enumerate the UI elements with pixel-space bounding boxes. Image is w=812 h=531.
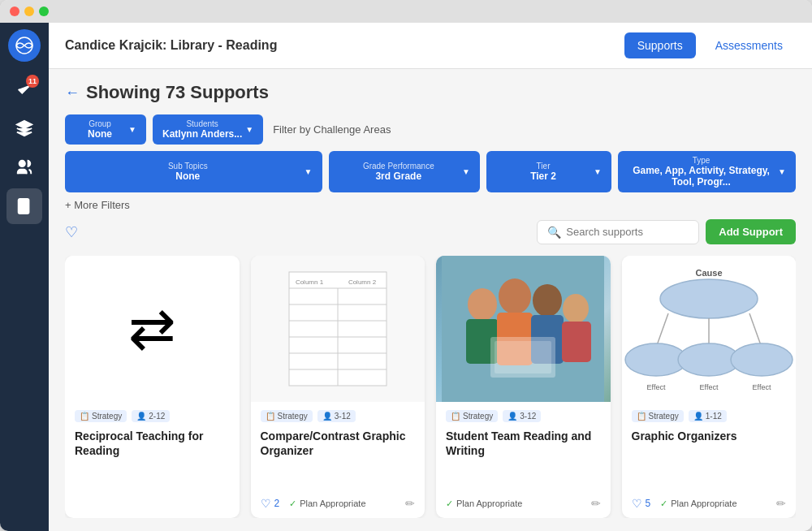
- card-image-students: [436, 256, 611, 402]
- search-icon: 🔍: [547, 226, 561, 239]
- sidebar-item-group[interactable]: [6, 149, 42, 185]
- svg-text:Cause: Cause: [695, 268, 722, 278]
- content-area: Candice Krajcik: Library - Reading Suppo…: [49, 23, 812, 531]
- sidebar-item-document[interactable]: [6, 188, 42, 224]
- card-plan-graphic-org: ✓ Plan Appropriate: [660, 499, 736, 509]
- students-filter[interactable]: Students Katlynn Anders... ▼: [153, 114, 263, 145]
- tag-strategy: 📋 Strategy: [75, 410, 127, 422]
- filter-row-2: Sub Topics None ▼ Grade Performance 3rd …: [65, 151, 796, 192]
- svg-point-21: [533, 284, 562, 317]
- card-footer-compare: ♡ 2 ✓ Plan Appropriate ✏: [261, 497, 416, 510]
- minimize-button[interactable]: [24, 6, 34, 16]
- sidebar-logo[interactable]: [8, 29, 41, 62]
- cause-effect-svg: Cause: [622, 258, 797, 400]
- card-image-reciprocal: ⇄: [65, 256, 240, 402]
- svg-text:Column 2: Column 2: [348, 278, 377, 286]
- group-dropdown-arrow: ▼: [128, 125, 136, 134]
- type-filter[interactable]: Type Game, App, Activity, Strategy, Tool…: [618, 151, 796, 192]
- filter-row-1: Group None ▼ Students Katlynn Anders... …: [65, 114, 796, 145]
- header-buttons: Supports Assessments: [624, 32, 796, 58]
- challenge-areas-filter[interactable]: Filter by Challenge Areas: [270, 119, 394, 140]
- subtopics-filter[interactable]: Sub Topics None ▼: [65, 151, 322, 192]
- card-graphic-organizers: Cause: [622, 256, 797, 518]
- card-image-compare: Column 1 Column 2: [251, 256, 425, 402]
- subtopics-dropdown-arrow: ▼: [304, 167, 313, 176]
- maximize-button[interactable]: [39, 6, 49, 16]
- card-plan-compare: ✓ Plan Appropriate: [289, 499, 365, 509]
- tag-grade: 👤 2-12: [132, 410, 170, 422]
- notification-badge: 11: [26, 75, 39, 88]
- card-likes-graphic-org: ♡ 5: [632, 497, 651, 510]
- card-tags-compare: 📋 Strategy 👤 3-12: [261, 410, 416, 422]
- svg-text:Effect: Effect: [752, 383, 771, 391]
- graphic-organizer-svg: Column 1 Column 2: [281, 264, 395, 394]
- card-tags-reciprocal: 📋 Strategy 👤 2-12: [75, 410, 230, 422]
- card-likes-compare: ♡ 2: [261, 497, 280, 510]
- grade-dropdown-arrow: ▼: [462, 167, 470, 176]
- more-filters[interactable]: + More Filters: [65, 199, 796, 211]
- svg-text:Column 1: Column 1: [296, 278, 324, 286]
- tag-grade-3: 👤 3-12: [503, 410, 541, 422]
- grade-performance-filter[interactable]: Grade Performance 3rd Grade ▼: [329, 151, 481, 192]
- sidebar-item-notifications[interactable]: 11: [6, 71, 42, 107]
- edit-icon-compare[interactable]: ✏: [405, 497, 415, 510]
- edit-icon-students[interactable]: ✏: [591, 497, 601, 510]
- svg-point-1: [19, 161, 25, 166]
- card-title-students: Student Team Reading and Writing: [446, 429, 601, 458]
- card-body-reciprocal: 📋 Strategy 👤 2-12 Reciprocal Teaching fo…: [65, 402, 240, 518]
- svg-rect-26: [495, 341, 551, 373]
- tag-strategy-2: 📋 Strategy: [261, 410, 313, 422]
- card-footer-graphic-org: ♡ 5 ✓ Plan Appropriate ✏: [632, 497, 787, 510]
- card-footer-students: ✓ Plan Appropriate ✏: [446, 497, 601, 510]
- tier-filter[interactable]: Tier Tier 2 ▼: [486, 151, 611, 192]
- page-title: Showing 73 Supports: [86, 82, 269, 103]
- students-svg: [442, 256, 604, 402]
- tier-dropdown-arrow: ▼: [594, 167, 602, 176]
- svg-point-17: [468, 288, 497, 321]
- close-button[interactable]: [10, 6, 19, 16]
- group-filter[interactable]: Group None ▼: [65, 114, 146, 145]
- card-title-reciprocal: Reciprocal Teaching for Reading: [75, 429, 230, 458]
- search-input[interactable]: [566, 226, 689, 238]
- add-support-button[interactable]: Add Support: [706, 219, 796, 244]
- card-body-graphic-org: 📋 Strategy 👤 1-12 Graphic Organizers: [622, 402, 797, 518]
- sidebar-item-student[interactable]: [6, 110, 42, 146]
- supports-button[interactable]: Supports: [624, 32, 696, 58]
- students-photo: [436, 256, 611, 402]
- svg-point-19: [499, 278, 531, 314]
- svg-point-35: [731, 343, 793, 376]
- card-tags-graphic-org: 📋 Strategy 👤 1-12: [632, 410, 787, 422]
- svg-text:Effect: Effect: [699, 383, 718, 391]
- card-title-graphic-org: Graphic Organizers: [632, 429, 787, 443]
- card-title-compare: Compare/Contrast Graphic Organizer: [261, 429, 416, 458]
- app-window: 11: [0, 0, 812, 531]
- cards-grid: ⇄ 📋 Strategy 👤 2-12 Reci: [65, 256, 796, 518]
- inner-content: ← Showing 73 Supports Group None ▼ S: [49, 69, 812, 531]
- header-title: Candice Krajcik: Library - Reading: [65, 38, 277, 53]
- card-body-compare: 📋 Strategy 👤 3-12 Compare/Contrast Graph…: [251, 402, 425, 518]
- tag-strategy-3: 📋 Strategy: [446, 410, 498, 422]
- tag-grade-2: 👤 3-12: [317, 410, 356, 422]
- card-image-cause: Cause: [622, 256, 797, 402]
- tag-strategy-4: 📋 Strategy: [632, 410, 684, 422]
- edit-icon-graphic-org[interactable]: ✏: [776, 497, 786, 510]
- type-dropdown-arrow: ▼: [778, 167, 786, 176]
- assessments-button[interactable]: Assessments: [702, 32, 796, 58]
- svg-text:Effect: Effect: [646, 383, 665, 391]
- students-dropdown-arrow: ▼: [245, 125, 253, 134]
- title-bar: [0, 0, 812, 23]
- back-button[interactable]: ←: [65, 84, 80, 101]
- search-add-right: 🔍 Add Support: [537, 219, 796, 244]
- card-student-team: 📋 Strategy 👤 3-12 Student Team Reading a…: [436, 256, 611, 518]
- sidebar: 11: [0, 23, 49, 531]
- card-tags-students: 📋 Strategy 👤 3-12: [446, 410, 601, 422]
- page-title-row: ← Showing 73 Supports: [65, 82, 796, 103]
- svg-point-29: [660, 279, 758, 318]
- tag-grade-4: 👤 1-12: [689, 410, 727, 422]
- search-box: 🔍: [537, 220, 699, 244]
- card-plan-students: ✓ Plan Appropriate: [446, 499, 522, 509]
- favorites-filter[interactable]: ♡: [65, 223, 78, 241]
- card-reciprocal-teaching: ⇄ 📋 Strategy 👤 2-12 Reci: [65, 256, 240, 518]
- top-header: Candice Krajcik: Library - Reading Suppo…: [49, 23, 812, 69]
- search-add-row: ♡ 🔍 Add Support: [65, 219, 796, 244]
